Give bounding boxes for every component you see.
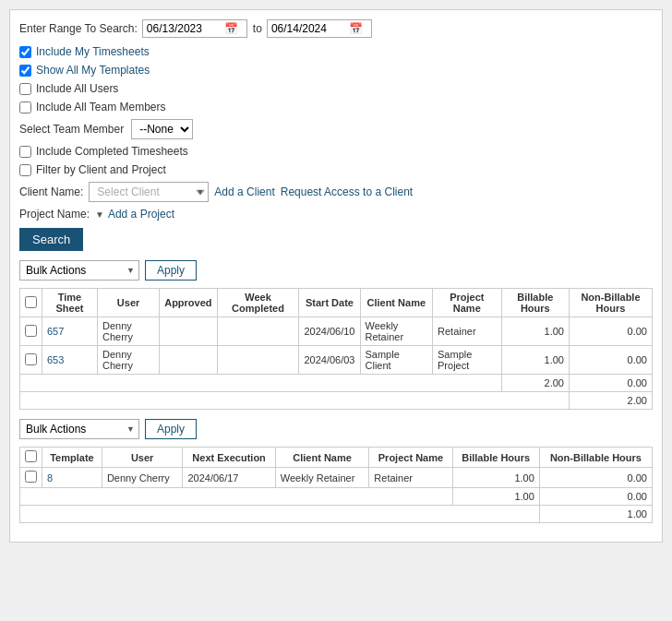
ts-user: Denny Cherry bbox=[97, 317, 159, 346]
th-billable-hours: Billable Hours bbox=[501, 289, 569, 317]
include-all-team-members-label: Include All Team Members bbox=[36, 101, 166, 113]
show-all-templates-checkbox[interactable] bbox=[19, 65, 31, 77]
team-member-row: Select Team Member --None bbox=[19, 119, 653, 139]
th-approved: Approved bbox=[160, 289, 217, 317]
to-text: to bbox=[253, 22, 262, 35]
select-all-templates[interactable] bbox=[25, 450, 37, 462]
bulk-select-wrapper-1: Bulk Actions bbox=[19, 260, 139, 281]
ts-non-billable: 0.00 bbox=[569, 346, 652, 375]
row-select[interactable] bbox=[25, 325, 37, 337]
ts-week-completed bbox=[217, 346, 299, 375]
include-my-timesheets-label: Include My Timesheets bbox=[36, 45, 150, 58]
calendar-from-icon[interactable]: 📅 bbox=[224, 22, 238, 35]
project-dropdown-icon[interactable]: ▼ bbox=[95, 209, 104, 220]
include-all-team-members-checkbox[interactable] bbox=[19, 102, 31, 113]
table-row: 657 Denny Cherry 2024/06/10 Weekly Retai… bbox=[20, 317, 653, 346]
ts-start-date: 2024/06/03 bbox=[299, 346, 360, 375]
include-all-team-members-row: Include All Team Members bbox=[19, 101, 653, 113]
bulk-actions-row-2: Bulk Actions Apply bbox=[19, 419, 653, 439]
grand-total-spacer-2 bbox=[20, 506, 540, 523]
select-all-timesheets[interactable] bbox=[25, 296, 37, 308]
search-button[interactable]: Search bbox=[19, 228, 83, 251]
table-row: 653 Denny Cherry 2024/06/03 Sample Clien… bbox=[20, 346, 653, 375]
timesheets-grand-total-row: 2.00 bbox=[20, 392, 653, 410]
tpl-next-execution: 2024/06/17 bbox=[183, 468, 275, 488]
tpl-client-name: Weekly Retainer bbox=[275, 468, 369, 488]
include-all-users-checkbox[interactable] bbox=[19, 83, 31, 95]
filter-client-project-checkbox[interactable] bbox=[19, 164, 31, 176]
main-container: Enter Range To Search: 📅 to 📅 Include My… bbox=[9, 9, 663, 543]
total-spacer-2 bbox=[20, 488, 453, 506]
th-checkbox-2 bbox=[20, 448, 42, 468]
tpl-user: Denny Cherry bbox=[102, 468, 183, 488]
ts-approved bbox=[160, 317, 217, 346]
apply-button-1[interactable]: Apply bbox=[145, 260, 197, 281]
include-completed-checkbox[interactable] bbox=[19, 146, 31, 158]
tpl-billable: 1.00 bbox=[452, 468, 539, 488]
request-access-link[interactable]: Request Access to a Client bbox=[281, 185, 413, 198]
ts-id: 653 bbox=[42, 346, 98, 375]
ts-id-link[interactable]: 653 bbox=[47, 354, 64, 365]
ts-billable: 1.00 bbox=[501, 346, 569, 375]
ts-id-link[interactable]: 657 bbox=[47, 326, 64, 337]
templates-total-row: 1.00 0.00 bbox=[20, 488, 653, 506]
th-non-billable-hours: Non-Billable Hours bbox=[569, 289, 652, 317]
add-client-link[interactable]: Add a Client bbox=[214, 185, 274, 198]
row-select-t[interactable] bbox=[25, 471, 37, 483]
ts-start-date: 2024/06/10 bbox=[299, 317, 360, 346]
date-from-wrapper: 📅 bbox=[142, 19, 247, 38]
th-start-date: Start Date bbox=[299, 289, 360, 317]
bulk-actions-select-2[interactable]: Bulk Actions bbox=[19, 419, 139, 439]
ts-id: 657 bbox=[42, 317, 98, 346]
ts-billable: 1.00 bbox=[501, 317, 569, 346]
filter-client-project-label: Filter by Client and Project bbox=[36, 163, 166, 176]
client-name-label: Client Name: bbox=[19, 185, 83, 198]
th-user-t: User bbox=[102, 448, 183, 468]
row-checkbox-t bbox=[20, 468, 42, 488]
th-checkbox-1 bbox=[20, 289, 42, 317]
th-non-billable-hours-t: Non-Billable Hours bbox=[539, 448, 652, 468]
client-name-row: Client Name: Select Client Add a Client … bbox=[19, 182, 653, 202]
calendar-to-icon[interactable]: 📅 bbox=[349, 22, 363, 35]
th-project-name-t: Project Name bbox=[369, 448, 452, 468]
templates-table: Template User Next Execution Client Name… bbox=[19, 447, 653, 523]
tpl-project-name: Retainer bbox=[369, 468, 452, 488]
grand-total-1: 2.00 bbox=[569, 392, 652, 410]
project-name-row: Project Name: ▼ Add a Project bbox=[19, 208, 653, 221]
th-user: User bbox=[97, 289, 159, 317]
tpl-id-link[interactable]: 8 bbox=[47, 472, 53, 484]
client-select-wrapper: Select Client bbox=[89, 182, 209, 202]
date-range-row: Enter Range To Search: 📅 to 📅 bbox=[19, 19, 653, 38]
date-to-wrapper: 📅 bbox=[267, 19, 372, 38]
date-to-input[interactable] bbox=[271, 22, 345, 35]
bulk-actions-select-1[interactable]: Bulk Actions bbox=[19, 260, 139, 281]
show-all-templates-label: Show All My Templates bbox=[36, 64, 150, 77]
ts-non-billable: 0.00 bbox=[569, 317, 652, 346]
total-spacer-1 bbox=[20, 375, 502, 392]
ts-client-name: Sample Client bbox=[360, 346, 433, 375]
timesheets-total-row: 2.00 0.00 bbox=[20, 375, 653, 392]
tpl-id: 8 bbox=[42, 468, 102, 488]
total-non-billable-2: 0.00 bbox=[539, 488, 652, 506]
include-my-timesheets-checkbox[interactable] bbox=[19, 46, 31, 58]
total-billable-1: 2.00 bbox=[501, 375, 569, 392]
row-select[interactable] bbox=[25, 353, 37, 365]
bulk-actions-row-1: Bulk Actions Apply bbox=[19, 260, 653, 281]
add-project-link[interactable]: Add a Project bbox=[108, 208, 174, 221]
total-billable-2: 1.00 bbox=[452, 488, 539, 506]
team-member-select[interactable]: --None bbox=[131, 119, 193, 139]
client-name-select[interactable]: Select Client bbox=[89, 182, 209, 202]
range-label: Enter Range To Search: bbox=[19, 22, 138, 35]
apply-button-2[interactable]: Apply bbox=[145, 419, 197, 439]
include-all-users-row: Include All Users bbox=[19, 82, 653, 95]
ts-client-name: Weekly Retainer bbox=[360, 317, 433, 346]
bulk-select-wrapper-2: Bulk Actions bbox=[19, 419, 139, 439]
timesheets-header-row: Time Sheet User Approved Week Completed … bbox=[20, 289, 653, 317]
table-row: 8 Denny Cherry 2024/06/17 Weekly Retaine… bbox=[20, 468, 653, 488]
tpl-non-billable: 0.00 bbox=[539, 468, 652, 488]
include-completed-row: Include Completed Timesheets bbox=[19, 145, 653, 158]
templates-header-row: Template User Next Execution Client Name… bbox=[20, 448, 653, 468]
grand-total-spacer-1 bbox=[20, 392, 570, 410]
date-from-input[interactable] bbox=[147, 22, 221, 35]
row-checkbox bbox=[20, 317, 42, 346]
